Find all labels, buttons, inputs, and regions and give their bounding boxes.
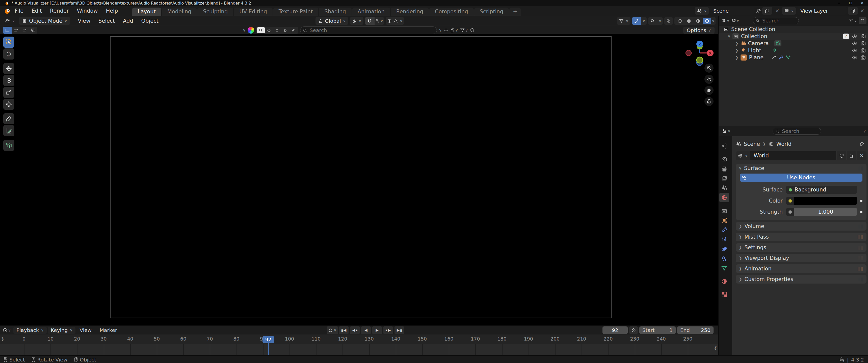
- drag-dots-icon[interactable]: ⣿⣿: [857, 277, 864, 281]
- preview-sphere-icon[interactable]: [248, 27, 254, 34]
- minimize-button[interactable]: ─: [833, 0, 845, 6]
- outliner-row-plane[interactable]: ❯ Plane: [719, 54, 868, 61]
- mode-dropdown[interactable]: Object Mode ∨: [19, 17, 70, 25]
- tab-modeling[interactable]: Modeling: [162, 7, 197, 15]
- tool-transform[interactable]: [3, 99, 14, 110]
- rendered-mesh[interactable]: [187, 91, 530, 290]
- tool-annotate[interactable]: [3, 113, 14, 124]
- properties-search-input[interactable]: [781, 128, 818, 134]
- outliner-editor-type-button[interactable]: ∨: [721, 18, 730, 23]
- color-keyframe-dot[interactable]: [860, 200, 863, 202]
- object-visibility-dropdown[interactable]: ∨: [617, 17, 630, 25]
- props-tab-render[interactable]: [719, 154, 729, 164]
- world-copy-button[interactable]: [847, 151, 857, 160]
- outliner-filter-button[interactable]: ∨: [849, 19, 857, 23]
- props-tab-output[interactable]: [719, 164, 729, 173]
- modifier-wrench-icon[interactable]: [779, 55, 784, 60]
- shading-material-button[interactable]: [693, 19, 702, 24]
- preview-range-stopwatch-icon[interactable]: [629, 326, 638, 334]
- props-tab-collection[interactable]: [719, 206, 729, 216]
- tool-filter-chevron[interactable]: ∨: [439, 29, 442, 32]
- viewport-menu-select[interactable]: Select: [94, 18, 119, 24]
- tab-scripting[interactable]: Scripting: [474, 7, 509, 15]
- maximize-button[interactable]: ☐: [845, 0, 857, 6]
- viewport-menu-object[interactable]: Object: [137, 18, 162, 24]
- menu-edit[interactable]: Edit: [28, 8, 46, 14]
- timeline-ruler[interactable]: 0102030405060708090100110120130140150160…: [0, 334, 718, 344]
- timeline-marker-menu[interactable]: Marker: [96, 327, 121, 333]
- tab-animation[interactable]: Animation: [352, 7, 390, 15]
- pan-hand-icon[interactable]: [705, 75, 714, 84]
- expand-chevron-icon[interactable]: ❯: [735, 42, 739, 45]
- surface-panel-header[interactable]: ∨ Surface ⣿⣿: [736, 164, 867, 172]
- hide-eye-icon[interactable]: [852, 41, 858, 46]
- timeline-editor-type-button[interactable]: ∨: [2, 328, 11, 333]
- drag-dots-icon[interactable]: ⣿⣿: [857, 245, 864, 250]
- select-mode-extend-button[interactable]: [11, 27, 20, 34]
- options-dropdown[interactable]: Options∨: [683, 27, 715, 34]
- disable-render-icon[interactable]: [861, 55, 866, 60]
- close-button[interactable]: ✕: [857, 0, 868, 6]
- select-mode-set-button[interactable]: [3, 27, 11, 34]
- lock-icon[interactable]: [705, 97, 714, 106]
- select-mode-subtract-button[interactable]: [20, 27, 29, 34]
- copy-settings-icon[interactable]: [450, 28, 455, 33]
- viewport-menu-add[interactable]: Add: [119, 18, 137, 24]
- shield-icon[interactable]: [470, 28, 474, 33]
- view-layer-browse-button[interactable]: ∨: [782, 7, 796, 14]
- timeline-right-expand-icon[interactable]: ❮: [714, 346, 717, 350]
- tool-select-box[interactable]: [3, 37, 14, 48]
- gizmos-toggle[interactable]: [632, 17, 641, 25]
- add-workspace-button[interactable]: +: [509, 7, 521, 15]
- menu-window[interactable]: Window: [73, 8, 102, 14]
- viewport-3d[interactable]: Z X: [0, 34, 718, 325]
- playhead-line[interactable]: [268, 342, 269, 355]
- tool-rotate[interactable]: [3, 75, 14, 86]
- timeline-view-menu[interactable]: View: [75, 327, 95, 333]
- drag-dots-icon[interactable]: ⣿⣿: [857, 166, 864, 170]
- exclude-checkbox[interactable]: ✓: [843, 34, 849, 39]
- brush-droplet-icon[interactable]: [273, 29, 281, 32]
- playhead-badge[interactable]: 92: [262, 336, 274, 343]
- drag-dots-icon[interactable]: ⣿⣿: [857, 267, 864, 271]
- disable-render-icon[interactable]: [861, 41, 866, 46]
- current-frame-field[interactable]: 92: [602, 326, 628, 334]
- proportional-edit-toggle[interactable]: [387, 19, 392, 23]
- blender-menu-icon[interactable]: [4, 7, 10, 14]
- jump-to-end-button[interactable]: ▶▮: [395, 326, 404, 334]
- editor-type-button[interactable]: ∨: [2, 17, 17, 25]
- pin-icon[interactable]: [859, 141, 865, 147]
- drag-dots-icon[interactable]: ⣿⣿: [857, 256, 864, 260]
- surface-shader-field[interactable]: Background: [786, 186, 857, 194]
- use-nodes-button[interactable]: Use Nodes: [740, 173, 863, 182]
- tool-panel-chevron[interactable]: ∨: [243, 29, 246, 32]
- brush-swirl-icon[interactable]: [281, 29, 289, 32]
- hide-eye-icon[interactable]: [852, 55, 858, 60]
- brush-select-icon[interactable]: [257, 27, 265, 33]
- outliner-row-scene-collection[interactable]: Scene Collection: [719, 26, 868, 33]
- outliner-search[interactable]: [753, 17, 799, 24]
- scene-unlink-icon[interactable]: ✕: [773, 8, 781, 14]
- view-layer-remove-icon[interactable]: ✕: [859, 8, 866, 14]
- tab-sculpting[interactable]: Sculpting: [197, 7, 233, 15]
- shading-solid-button[interactable]: [684, 19, 693, 24]
- scene-browse-button[interactable]: ∨: [695, 7, 709, 14]
- breadcrumb-scene[interactable]: Scene: [744, 141, 760, 147]
- tool-measure[interactable]: [3, 125, 14, 136]
- menu-help[interactable]: Help: [102, 8, 122, 14]
- brush-pin-icon[interactable]: [289, 29, 297, 32]
- outliner-row-collection[interactable]: ∨ Collection ✓: [719, 33, 868, 40]
- scene-name-field[interactable]: Scene: [710, 7, 755, 14]
- orientation-dropdown[interactable]: Global∨: [315, 17, 348, 25]
- disable-render-icon[interactable]: [861, 48, 866, 53]
- menu-render[interactable]: Render: [46, 8, 73, 14]
- frame-end-field[interactable]: End250: [677, 326, 714, 334]
- keying-dropdown[interactable]: ∨: [334, 328, 336, 332]
- world-unlink-button[interactable]: ✕: [857, 151, 867, 160]
- keying-menu[interactable]: Keying∨: [48, 327, 75, 334]
- extensions-globe-icon[interactable]: 1: [839, 357, 844, 362]
- hide-eye-icon[interactable]: [852, 48, 858, 53]
- props-tab-object[interactable]: [719, 216, 729, 225]
- jump-to-start-button[interactable]: ▮◀: [339, 326, 348, 334]
- view-layer-name-field[interactable]: View Layer: [797, 7, 847, 14]
